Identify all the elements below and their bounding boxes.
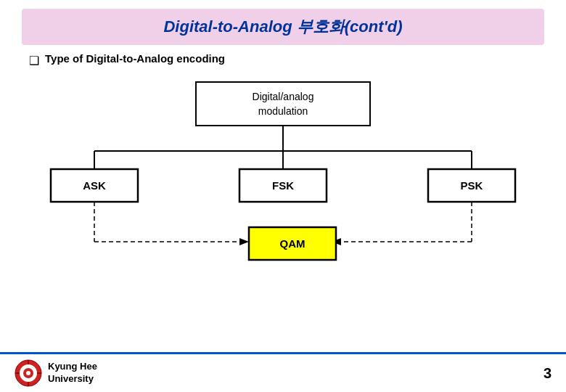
subtitle-area: ❑ Type of Digital-to-Analog encoding [29, 52, 537, 68]
svg-text:modulation: modulation [258, 105, 308, 117]
page-number: 3 [544, 365, 551, 382]
svg-text:FSK: FSK [272, 179, 294, 192]
svg-rect-0 [196, 82, 370, 126]
svg-text:Digital/analog: Digital/analog [253, 91, 314, 102]
bullet-icon: ❑ [29, 54, 39, 68]
university-name: Kyung Hee University [48, 361, 97, 385]
svg-marker-16 [239, 238, 249, 245]
subtitle-text: Type of Digital-to-Analog encoding [45, 52, 225, 65]
svg-text:ASK: ASK [83, 179, 106, 192]
svg-text:QAM: QAM [280, 237, 305, 250]
diagram-area: Digital/analog modulation ASK FSK PSK QA… [36, 75, 530, 285]
diagram-svg: Digital/analog modulation ASK FSK PSK QA… [36, 75, 530, 285]
footer-logo: Kyung Hee University [15, 359, 97, 387]
slide-title: Digital-to-Analog 부호화(cont'd) [36, 16, 530, 38]
svg-text:PSK: PSK [461, 179, 483, 192]
svg-point-25 [26, 371, 30, 375]
footer: Kyung Hee University 3 [0, 352, 566, 392]
title-bar: Digital-to-Analog 부호화(cont'd) [22, 9, 544, 45]
university-logo-icon [15, 359, 42, 387]
